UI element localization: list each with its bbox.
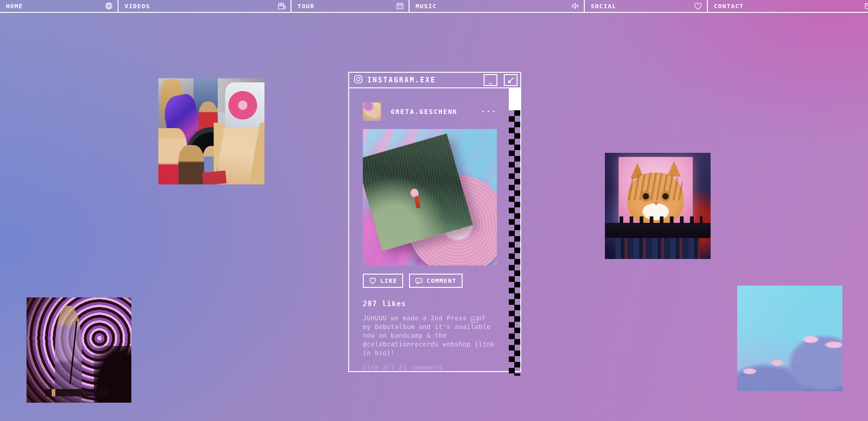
globe-icon xyxy=(105,2,113,10)
nav-label-videos: VIDEOS xyxy=(124,3,150,10)
nav-label-tour: TOUR xyxy=(297,3,314,10)
photo-layer xyxy=(613,216,702,224)
nav-label-music: MUSIC xyxy=(415,3,437,10)
cat-photo xyxy=(605,153,711,259)
video-camera-icon xyxy=(277,2,286,10)
minimize-glyph: _ xyxy=(489,77,492,84)
speech-bubble-icon xyxy=(415,277,423,285)
view-all-comments-link[interactable]: Vire all 21 comments xyxy=(363,364,497,371)
photo-layer xyxy=(45,389,108,396)
envelope-icon xyxy=(864,2,868,10)
window-scrollbar xyxy=(509,88,520,376)
nav-item-tour[interactable]: TOUR xyxy=(291,0,410,12)
heart-icon xyxy=(369,277,377,284)
post-caption: JUHUUU we made a 2nd Press SEPof my Debu… xyxy=(363,314,497,357)
nav-item-home[interactable]: HOME xyxy=(0,0,119,12)
nav-label-social: SOCIAL xyxy=(591,3,616,10)
photo-layer xyxy=(627,173,684,200)
more-options-button[interactable]: ... xyxy=(481,108,497,115)
scrollbar-track[interactable] xyxy=(509,110,520,376)
comment-label: COMMENT xyxy=(426,277,456,284)
nav-item-videos[interactable]: VIDEOS xyxy=(119,0,291,12)
likes-count: 207 likes xyxy=(363,300,497,308)
instagram-post: GRETA.GESCHENK ... LIKE xyxy=(363,88,497,371)
photo-layer xyxy=(641,191,651,202)
window-title: INSTAGRAM.EXE xyxy=(367,76,477,84)
calendar-icon xyxy=(396,2,404,10)
post-actions: LIKE COMMENT xyxy=(363,274,497,288)
like-label: LIKE xyxy=(380,277,397,284)
post-image xyxy=(363,129,497,265)
scrollbar-thumb[interactable] xyxy=(509,88,520,110)
nav-item-contact[interactable]: CONTACT xyxy=(708,0,868,12)
missing-emoji-glyph: SEP xyxy=(471,317,478,323)
photo-layer xyxy=(178,145,204,184)
speaker-icon xyxy=(571,2,579,10)
nav-label-home: HOME xyxy=(6,3,23,10)
minimize-button[interactable]: _ xyxy=(484,74,497,86)
instagram-window: INSTAGRAM.EXE _ GRETA.GESCHENK ... xyxy=(348,72,521,372)
nav-label-contact: CONTACT xyxy=(714,3,744,10)
instagram-icon xyxy=(353,74,363,86)
collage-photo xyxy=(158,78,264,184)
performer-photo xyxy=(27,297,131,403)
photo-layer xyxy=(228,91,257,120)
post-username[interactable]: GRETA.GESCHENK xyxy=(391,108,481,115)
window-titlebar[interactable]: INSTAGRAM.EXE _ xyxy=(349,73,520,88)
like-button[interactable]: LIKE xyxy=(363,274,403,288)
resize-icon xyxy=(507,77,514,84)
sky-photo xyxy=(737,286,842,391)
photo-layer xyxy=(414,196,421,209)
nav-item-social[interactable]: SOCIAL xyxy=(585,0,708,12)
caption-text: JUHUUU we made a 2nd Press xyxy=(363,314,471,322)
photo-layer xyxy=(202,171,227,184)
photo-layer xyxy=(605,223,711,237)
photo-layer xyxy=(653,202,659,205)
photo-layer xyxy=(615,238,700,259)
maximize-button[interactable] xyxy=(504,74,518,86)
avatar[interactable] xyxy=(363,103,381,121)
nav-item-music[interactable]: MUSIC xyxy=(410,0,585,12)
post-header: GRETA.GESCHENK ... xyxy=(363,103,497,121)
comment-button[interactable]: COMMENT xyxy=(409,274,462,288)
photo-layer xyxy=(737,347,842,389)
top-navbar: HOME VIDEOS TOUR xyxy=(0,0,868,13)
heart-icon xyxy=(694,2,702,10)
